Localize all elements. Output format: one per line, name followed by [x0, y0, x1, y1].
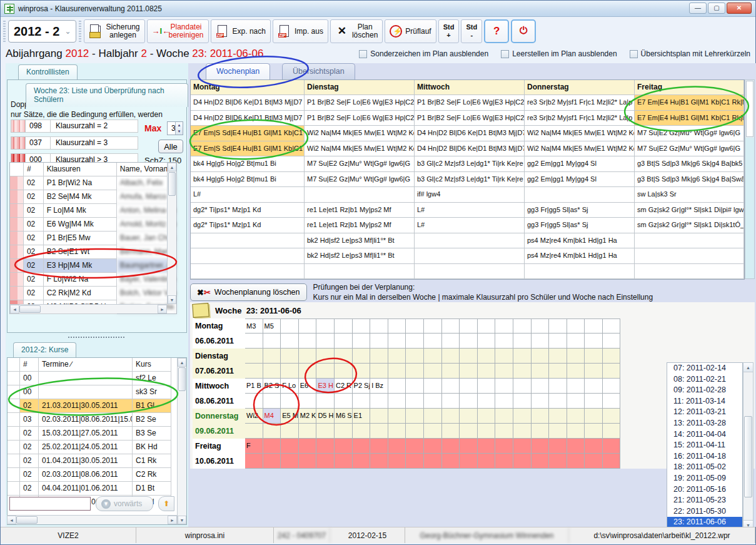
- day-cell[interactable]: [316, 394, 335, 409]
- weekplan-cell[interactable]: M7 Su|E2 Gz|Mu° Wt|Gg# lgw6|G: [305, 156, 415, 172]
- import-button[interactable]: Imp. aus: [273, 19, 328, 43]
- alle-button[interactable]: Alle: [158, 140, 183, 153]
- scroll-thumb[interactable]: [19, 305, 41, 313]
- day-cell[interactable]: [549, 424, 567, 439]
- day-cell[interactable]: [460, 409, 478, 424]
- day-cell[interactable]: M3: [245, 318, 263, 334]
- plandatei-bereinigen-button[interactable]: →I← Plandatei bereinigen: [147, 19, 209, 43]
- day-cell[interactable]: [532, 409, 550, 424]
- day-cell[interactable]: [388, 409, 406, 424]
- students-vscrollbar[interactable]: ▲▼: [167, 163, 176, 304]
- column-header[interactable]: Kurs: [133, 358, 171, 372]
- day-cell[interactable]: [335, 349, 353, 364]
- weekplan-cell[interactable]: [191, 233, 305, 249]
- weekplan-cell[interactable]: bk2 Hd|sf2 Le|ps3 Mf|li1°* Bt: [305, 233, 415, 249]
- table-row[interactable]: 0302.03.2011|08.06.2011|15.03.201B2 Se: [8, 413, 186, 427]
- column-header[interactable]: Termine ∕: [39, 358, 133, 372]
- std-plus-button[interactable]: Std +: [438, 19, 460, 43]
- day-cell[interactable]: [567, 379, 585, 394]
- scroll-left-icon[interactable]: ◄: [7, 516, 16, 524]
- day-cell[interactable]: [281, 439, 299, 454]
- day-cell[interactable]: [388, 318, 406, 334]
- day-cell[interactable]: [567, 409, 585, 424]
- weekplan-cell[interactable]: [635, 233, 744, 249]
- weekplan-cell[interactable]: [415, 264, 525, 280]
- day-cell[interactable]: [532, 349, 550, 364]
- day-cell[interactable]: [263, 394, 281, 409]
- day-cell[interactable]: [335, 424, 353, 439]
- day-cell[interactable]: [316, 454, 335, 469]
- weekplan-cell[interactable]: D4 Hn|D2 Bl|D6 Ke|D1 Bt|M3 Mj|D7: [415, 141, 525, 157]
- day-cell[interactable]: [585, 409, 603, 424]
- day-cell[interactable]: [603, 379, 621, 394]
- scroll-thumb[interactable]: [744, 416, 752, 497]
- weekplan-cell[interactable]: g3 Bt|S Sd|p3 Mk|g6 Sk|g4 Ba|Swâ: [635, 172, 744, 188]
- scroll-right-icon[interactable]: ►: [158, 305, 167, 313]
- day-cell[interactable]: [549, 394, 567, 409]
- spinner-arrows-icon[interactable]: ▲▼: [175, 122, 183, 135]
- table-row[interactable]: 0225.02.2011|24.05.2011BK Hd: [8, 441, 186, 454]
- table-row[interactable]: 02F Lo|M4 MkAnton, Melina Cecilia: [10, 204, 176, 218]
- week-list-item[interactable]: 15: 2011-04-11: [667, 440, 742, 451]
- day-cell[interactable]: [245, 394, 263, 409]
- day-cell[interactable]: [388, 379, 406, 394]
- weekplan-cell[interactable]: sw La|sk3 Sr: [635, 187, 744, 203]
- day-cell[interactable]: [263, 349, 281, 364]
- weekplan-cell[interactable]: gg2 Em|gg1 My|gg4 Sl: [525, 172, 635, 188]
- day-cell[interactable]: [370, 364, 388, 379]
- day-cell[interactable]: [495, 318, 513, 334]
- day-cell[interactable]: [316, 439, 335, 454]
- tab-uebersichtsplan[interactable]: Übersichtsplan: [282, 63, 355, 79]
- day-cell[interactable]: [513, 318, 532, 334]
- day-cell[interactable]: [353, 318, 371, 334]
- day-cell[interactable]: [478, 318, 496, 334]
- day-cell[interactable]: [406, 394, 424, 409]
- week-list-item[interactable]: 11: 2011-03-14: [667, 396, 742, 407]
- balance-row[interactable]: 037Klausurzahl = 3: [11, 136, 138, 150]
- week-list-item[interactable]: 22: 2011-05-30: [667, 506, 742, 517]
- weekplan-cell[interactable]: M7 Su|E2 Gz|Mu° Wt|Gg# lgw6|G: [635, 141, 744, 157]
- vorwaerts-button[interactable]: ▼ vorwärts: [96, 496, 153, 511]
- weekplan-cell[interactable]: re3 Sr|b2 My|sf1 Fr|c1 Mz|li2* La|p: [525, 95, 635, 111]
- day-cell[interactable]: [513, 454, 532, 469]
- column-header[interactable]: #: [20, 358, 39, 372]
- day-cell[interactable]: [460, 334, 478, 349]
- day-cell[interactable]: [281, 318, 299, 334]
- weekplan-cell[interactable]: sm Gz|sk2 Gr|gl°* Sl|sk1 Di|pi# lgw: [635, 203, 744, 218]
- day-cell[interactable]: [567, 394, 585, 409]
- day-cell[interactable]: [585, 318, 603, 334]
- table-row[interactable]: 0202.03.2011|08.06.2011C2 Rk: [8, 468, 186, 482]
- weekplan-cell[interactable]: D4 Hn|D2 Bl|D6 Ke|D1 Bt|M3 Mj|D7: [191, 111, 305, 126]
- checkbox-option[interactable]: Übersichtsplan mit Lehrerkürzeln: [630, 49, 750, 58]
- day-cell[interactable]: [370, 394, 388, 409]
- day-cell[interactable]: [495, 424, 513, 439]
- day-cell[interactable]: [478, 334, 496, 349]
- weekplan-cell[interactable]: P1 Br|B2 Se|F Lo|E6 Wg|E3 Hp|C2: [305, 95, 415, 111]
- weekplan-cell[interactable]: M7 Su|E2 Gz|Mu° Wt|Gg# lgw6|G: [635, 126, 744, 141]
- weekplan-cell[interactable]: P1 Br|B2 Se|F Lo|E6 Wg|E3 Hp|C2: [305, 111, 415, 126]
- day-cell[interactable]: [388, 424, 406, 439]
- weekplan-column-header[interactable]: Mittwoch: [415, 80, 525, 95]
- day-cell[interactable]: M6 S: [335, 409, 353, 424]
- day-cell[interactable]: [335, 394, 353, 409]
- weekplan-scrollbar[interactable]: [745, 79, 755, 279]
- weekplan-cell[interactable]: ps4 Mz|re4 Km|bk1 Hd|g1 Ha: [525, 248, 635, 264]
- day-cell[interactable]: [513, 394, 532, 409]
- day-cell[interactable]: [585, 394, 603, 409]
- day-cell[interactable]: [281, 424, 299, 439]
- day-cell[interactable]: [263, 364, 281, 379]
- tab-kontrolllisten[interactable]: Kontrolllisten: [18, 64, 78, 79]
- day-cell[interactable]: [335, 318, 353, 334]
- panel-splitter[interactable]: [68, 337, 124, 338]
- weekplan-cell[interactable]: ps4 Mz|re4 Km|bk1 Hd|g1 Ha: [525, 233, 635, 249]
- weekplan-cell[interactable]: L#: [415, 203, 525, 218]
- weekplan-cell[interactable]: Wi2 Na|M4 Mk|E5 Mw|E1 Wt|M2 Kd: [305, 141, 415, 157]
- day-cell[interactable]: F Lo: [281, 379, 299, 394]
- week-list-item[interactable]: 14: 2011-04-04: [667, 429, 742, 441]
- weekplan-cell[interactable]: D4 Hn|D2 Bl|D6 Ke|D1 Bt|M3 Mj|D7: [191, 95, 305, 111]
- day-cell[interactable]: [263, 439, 281, 454]
- day-cell[interactable]: [353, 454, 371, 469]
- column-header[interactable]: #: [24, 163, 44, 176]
- day-cell[interactable]: B2 S: [263, 379, 281, 394]
- day-cell[interactable]: [513, 349, 532, 364]
